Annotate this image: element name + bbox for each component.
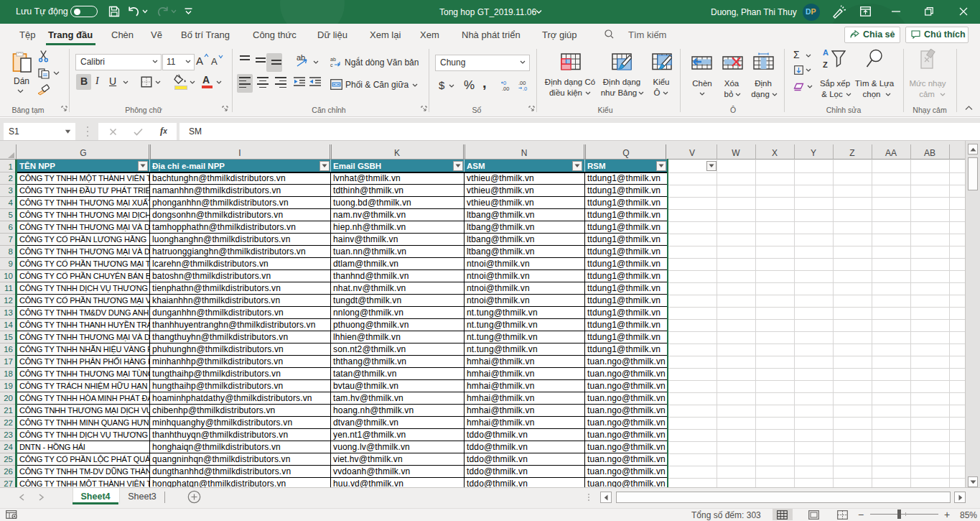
svg-text:c: c [330,63,333,68]
svg-text:.0: .0 [523,86,527,91]
svg-text:.00: .00 [502,86,509,91]
svg-text:ab: ab [330,57,336,62]
